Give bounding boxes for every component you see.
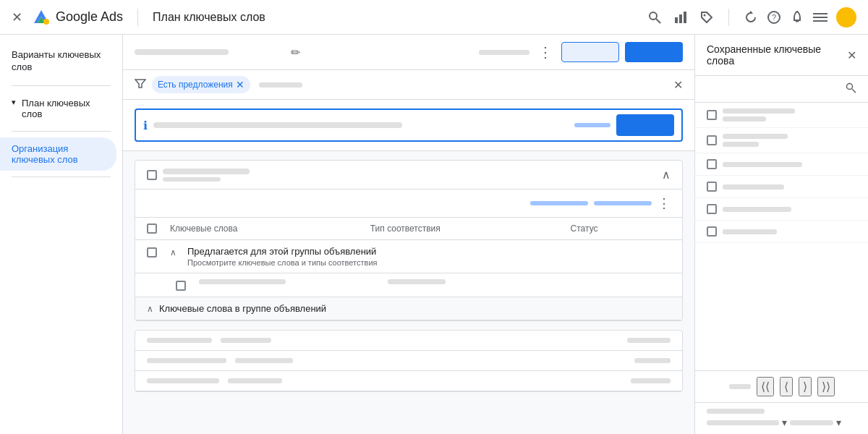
empty-table [135,330,683,392]
right-item-ph-5a [723,207,791,212]
sidebar-item-keyword-plan[interactable]: ▾ План ключевых слов [0,92,122,125]
bottom-arrow-icon[interactable]: ▾ [782,417,787,428]
svg-point-2 [43,19,49,25]
search-placeholder [153,122,402,128]
top-bar: ✕ Google Ads План ключевых слов ? [0,0,868,35]
page-last-button[interactable]: ⟩⟩ [817,377,835,396]
group-name-2 [163,177,221,182]
right-item-checkbox-5[interactable] [707,204,717,214]
google-ads-logo-icon [31,7,51,27]
header-checkbox[interactable] [147,224,157,234]
search-input-area [153,122,569,128]
right-item-checkbox-4[interactable] [707,182,717,192]
right-pagination: ⟨⟨ ⟨ ⟩ ⟩⟩ [695,370,868,402]
group-checkbox[interactable] [147,170,157,180]
sidebar-divider-3 [12,176,111,177]
action-link-1[interactable] [530,201,588,205]
right-search-input[interactable] [707,84,845,95]
group-actions: ⋮ [135,190,682,218]
refresh-icon[interactable] [744,10,758,25]
etr-3-ph3 [631,378,671,383]
right-item-checkbox-2[interactable] [707,135,717,145]
page-prev-button[interactable]: ⟨ [780,377,793,396]
group-more-button[interactable]: ⋮ [658,195,671,211]
bottom-ph-2 [707,420,779,425]
etr-3-ph1 [147,378,219,383]
column-header-keyword: Ключевые слова [170,224,370,234]
toolbar-placeholder-1 [135,49,229,55]
avatar[interactable] [836,7,856,27]
right-panel-item-1 [695,103,868,128]
arrow-icon: ▾ [12,98,16,107]
tag-icon[interactable] [699,10,714,25]
filter-close-button[interactable]: ✕ [673,78,683,92]
bottom-ph-3 [790,420,833,425]
right-search-icon[interactable] [845,82,856,96]
suggested-content: Предлагается для этой группы объявлений … [187,246,380,267]
right-item-checkbox-6[interactable] [707,226,717,237]
sidebar-divider-2 [12,131,111,132]
right-divider [728,9,729,26]
bell-icon[interactable] [790,10,804,25]
filter-chip-close-button[interactable]: ✕ [236,79,244,90]
group-collapse-button[interactable]: ∧ [662,168,671,182]
search-icon[interactable] [647,10,662,25]
group-header-left [147,169,250,182]
help-icon[interactable]: ? [767,10,781,25]
right-panel-item-5 [695,198,868,221]
bottom-ph-1 [707,409,765,414]
sidebar-label-keyword-plan: План ключевых слов [22,98,111,119]
empty-row-match-1 [388,279,576,284]
action-link-2[interactable] [594,201,652,205]
filter-chip-suggestions[interactable]: Есть предложения ✕ [152,76,250,93]
etr-1-ph3 [627,338,671,343]
svg-rect-7 [684,12,686,23]
row-checkbox-1[interactable] [176,281,186,291]
app-name: Google Ads [56,9,123,25]
svg-point-12 [847,84,853,90]
kw-group-chevron[interactable]: ∧ [147,304,153,314]
suggested-title: Предлагается для этой группы объявлений [187,246,380,257]
chart-icon[interactable] [673,10,688,25]
close-button[interactable]: ✕ [12,9,22,25]
right-item-ph-1a [723,109,795,114]
right-panel-search [695,76,868,103]
etr-3-ph2 [228,378,282,383]
menu-icon[interactable] [813,13,827,22]
table-section: ∧ ⋮ Ключевые слова Тип соответствия Стат… [135,160,683,321]
etr-2-ph3 [634,358,671,363]
more-options-button[interactable]: ⋮ [535,41,556,64]
empty-row-ph-1 [199,279,286,284]
right-panel-item-2 [695,128,868,153]
empty-row-ph-m1 [388,279,446,284]
svg-point-8 [704,14,706,16]
sidebar-label-keyword-org: Организация ключевых слов [12,143,105,165]
right-item-checkbox-3[interactable] [707,159,717,169]
page-next-button[interactable]: ⟩ [799,377,812,396]
toolbar-outline-button[interactable] [561,42,619,62]
right-panel-title: Сохраненные ключевые слова [707,43,847,67]
search-button[interactable] [616,114,674,136]
bottom-arrow-icon-2[interactable]: ▾ [836,417,841,428]
right-panel-close-button[interactable]: ✕ [847,48,856,62]
search-row: ℹ [123,100,694,151]
sidebar-item-keyword-org[interactable]: Организация ключевых слов [0,137,116,171]
sidebar-item-keyword-variants[interactable]: Варианты ключевых слов [0,43,122,80]
right-item-checkbox-1[interactable] [707,110,717,120]
top-bar-icons [647,10,714,25]
page-first-button[interactable]: ⟨⟨ [757,377,774,396]
svg-rect-6 [679,14,682,23]
expand-icon-suggested[interactable]: ∧ [170,247,176,258]
info-icon: ℹ [143,119,148,132]
svg-rect-5 [675,17,678,23]
right-item-ph-6a [723,229,777,234]
toolbar-blue-button[interactable] [625,42,683,62]
right-panel-header: Сохраненные ключевые слова ✕ [695,35,868,76]
kw-group-label: Ключевые слова в группе объявлений [159,303,326,314]
toolbar-row: ✏ ⋮ [123,35,694,70]
edit-icon[interactable]: ✏ [291,46,300,59]
row-checkbox-suggested[interactable] [147,247,157,258]
filter-chip-label: Есть предложения [158,80,233,90]
right-item-ph-2b [723,142,759,147]
etr-2-ph1 [147,358,226,363]
